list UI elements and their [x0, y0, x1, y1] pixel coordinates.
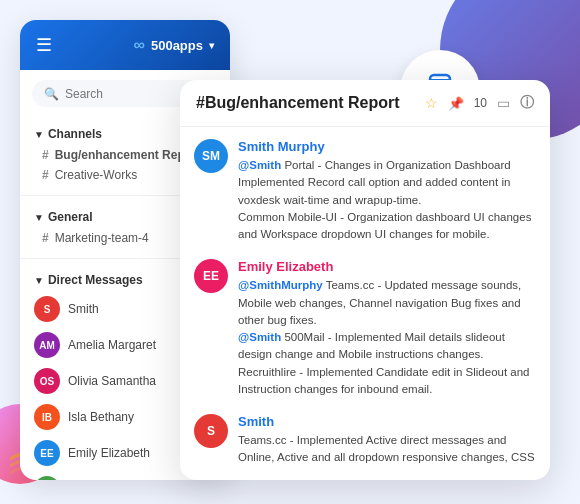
- hash-icon: #: [42, 148, 49, 162]
- dm-name: Amelia Margaret: [68, 338, 156, 352]
- channel-name: Creative-Works: [55, 168, 137, 182]
- message-sender: Smith Murphy: [238, 139, 536, 154]
- chat-header-icons: ☆ 📌 10 ▭ ⓘ: [425, 94, 534, 112]
- avatar-emily-msg: EE: [194, 259, 228, 293]
- pin-count: 10: [474, 96, 487, 110]
- chat-channel-title: #Bug/enhancement Report: [196, 94, 400, 112]
- message-item-smith: S Smith Teams.cc - Implemented Active di…: [194, 414, 536, 467]
- dropdown-arrow-icon[interactable]: ▾: [209, 40, 214, 51]
- message-sender: Emily Elizabeth: [238, 259, 536, 274]
- screen-icon[interactable]: ▭: [497, 95, 510, 111]
- message-content: Emily Elizabeth @SmithMurphy Teams.cc - …: [238, 259, 536, 398]
- search-input[interactable]: [65, 87, 188, 101]
- chat-header: #Bug/enhancement Report ☆ 📌 10 ▭ ⓘ: [180, 80, 550, 127]
- logo-infinity-icon: ∞: [134, 36, 145, 54]
- dm-name: Smith: [68, 302, 99, 316]
- message-text: @SmithMurphy Teams.cc - Updated message …: [238, 277, 536, 398]
- mention-tag: @Smith: [238, 159, 281, 171]
- dm-label: Direct Messages: [48, 273, 143, 287]
- info-icon[interactable]: ⓘ: [520, 94, 534, 112]
- msg-body: 500Mail - Implemented Mail details slide…: [238, 331, 530, 395]
- avatar-olivia: OS: [34, 368, 60, 394]
- channel-name: Bug/enhancement Report: [55, 148, 201, 162]
- avatar-isla: IB: [34, 404, 60, 430]
- mention-tag: @Smith: [238, 331, 281, 343]
- collapse-arrow-icon: ▼: [34, 129, 44, 140]
- avatar-amelia: AM: [34, 332, 60, 358]
- avatar-emily: EE: [34, 440, 60, 466]
- avatar-smith-murphy: SM: [194, 139, 228, 173]
- avatar-smith-msg: S: [194, 414, 228, 448]
- mention-tag: @SmithMurphy: [238, 279, 323, 291]
- channels-label: Channels: [48, 127, 102, 141]
- hash-icon: #: [42, 168, 49, 182]
- chat-messages: SM Smith Murphy @Smith Portal - Changes …: [180, 127, 550, 467]
- sidebar-header: ☰ ∞ 500apps ▾: [20, 20, 230, 70]
- msg-body: Portal - Changes in Organization Dashboa…: [238, 159, 531, 240]
- avatar-smith: S: [34, 296, 60, 322]
- message-item-smith-murphy: SM Smith Murphy @Smith Portal - Changes …: [194, 139, 536, 243]
- message-content: Smith Murphy @Smith Portal - Changes in …: [238, 139, 536, 243]
- dm-name: Emily Elizabeth: [68, 446, 150, 460]
- general-label: General: [48, 210, 93, 224]
- message-text: @Smith Portal - Changes in Organization …: [238, 157, 536, 243]
- dm-name: Olivia Samantha: [68, 374, 156, 388]
- channel-name: Marketing-team-4: [55, 231, 149, 245]
- collapse-arrow-icon: ▼: [34, 212, 44, 223]
- collapse-arrow-icon: ▼: [34, 275, 44, 286]
- star-icon[interactable]: ☆: [425, 95, 438, 111]
- search-icon: 🔍: [44, 87, 59, 101]
- hamburger-icon[interactable]: ☰: [36, 34, 52, 56]
- app-name: 500apps: [151, 38, 203, 53]
- hash-icon: #: [42, 231, 49, 245]
- message-sender: Smith: [238, 414, 536, 429]
- message-item-emily: EE Emily Elizabeth @SmithMurphy Teams.cc…: [194, 259, 536, 398]
- message-text: Teams.cc - Implemented Active direct mes…: [238, 432, 536, 467]
- avatar-poppy: PJ: [34, 476, 60, 480]
- chat-panel: #Bug/enhancement Report ☆ 📌 10 ▭ ⓘ SM Sm…: [180, 80, 550, 480]
- message-content: Smith Teams.cc - Implemented Active dire…: [238, 414, 536, 467]
- dm-name: Isla Bethany: [68, 410, 134, 424]
- logo-area: ∞ 500apps ▾: [134, 36, 214, 54]
- pin-icon: 📌: [448, 96, 464, 111]
